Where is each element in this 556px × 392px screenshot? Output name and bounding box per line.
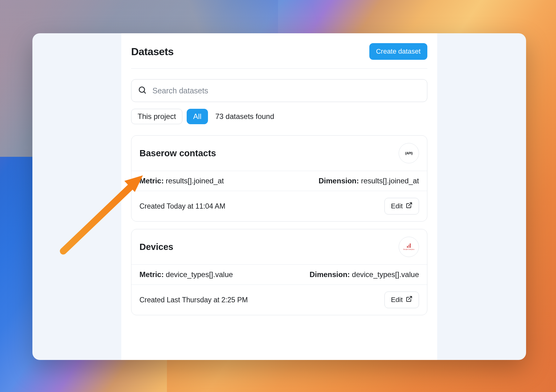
- dataset-title: Baserow contacts: [139, 148, 216, 158]
- search-icon: [138, 86, 147, 96]
- dataset-card-footer: Created Last Thursday at 2:25 PM Edit: [131, 285, 427, 315]
- dataset-card-header: Devices Simple Analytics: [131, 229, 427, 264]
- metric-field: Metric: device_types[].value: [139, 270, 233, 279]
- external-link-icon: [406, 202, 413, 210]
- external-link-icon: [406, 296, 413, 304]
- source-badge-api: {API}: [399, 143, 419, 163]
- svg-line-1: [144, 92, 145, 93]
- dimension-field: Dimension: device_types[].value: [309, 270, 419, 279]
- dataset-card-footer: Created Today at 11:04 AM Edit: [131, 191, 427, 221]
- metric-label: Metric:: [139, 270, 164, 279]
- metric-field: Metric: results[].joined_at: [139, 177, 224, 185]
- dimension-value: device_types[].value: [352, 270, 419, 279]
- dataset-card: Baserow contacts {API} Metric: results[]…: [131, 135, 427, 222]
- datasets-found-count: 73 datasets found: [215, 112, 274, 121]
- created-timestamp: Created Last Thursday at 2:25 PM: [139, 296, 248, 304]
- dimension-field: Dimension: results[].joined_at: [319, 177, 419, 185]
- metric-value: results[].joined_at: [166, 177, 224, 185]
- panel-header: Datasets Create dataset: [131, 43, 427, 69]
- created-timestamp: Created Today at 11:04 AM: [139, 202, 225, 210]
- filter-this-project[interactable]: This project: [131, 109, 182, 124]
- edit-button-label: Edit: [391, 296, 403, 304]
- create-dataset-button[interactable]: Create dataset: [369, 43, 427, 60]
- search-wrap: [131, 79, 427, 102]
- dataset-card-header: Baserow contacts {API}: [131, 136, 427, 171]
- dataset-card-body: Metric: device_types[].value Dimension: …: [131, 264, 427, 285]
- app-window: Datasets Create dataset This project All…: [32, 33, 526, 360]
- svg-line-3: [409, 296, 412, 300]
- api-icon: {API}: [405, 151, 413, 155]
- dataset-list: Baserow contacts {API} Metric: results[]…: [131, 135, 427, 315]
- metric-label: Metric:: [139, 177, 164, 185]
- edit-dataset-button[interactable]: Edit: [384, 198, 419, 214]
- search-input[interactable]: [131, 79, 427, 102]
- edit-dataset-button[interactable]: Edit: [384, 292, 419, 308]
- metric-value: device_types[].value: [166, 270, 233, 279]
- source-badge-analytics: Simple Analytics: [399, 237, 419, 257]
- bar-chart-icon: [407, 243, 411, 248]
- datasets-panel: Datasets Create dataset This project All…: [121, 33, 437, 360]
- dataset-card: Devices Simple Analytics Metric: device_…: [131, 229, 427, 315]
- analytics-badge-label: Simple Analytics: [403, 248, 414, 250]
- dimension-label: Dimension:: [309, 270, 350, 279]
- dataset-title: Devices: [139, 242, 173, 252]
- page-title: Datasets: [131, 46, 174, 58]
- edit-button-label: Edit: [391, 202, 403, 210]
- dataset-card-body: Metric: results[].joined_at Dimension: r…: [131, 171, 427, 191]
- filter-row: This project All 73 datasets found: [131, 109, 427, 124]
- dimension-value: results[].joined_at: [361, 177, 419, 185]
- dimension-label: Dimension:: [319, 177, 359, 185]
- svg-line-2: [409, 203, 412, 206]
- filter-all[interactable]: All: [187, 109, 208, 124]
